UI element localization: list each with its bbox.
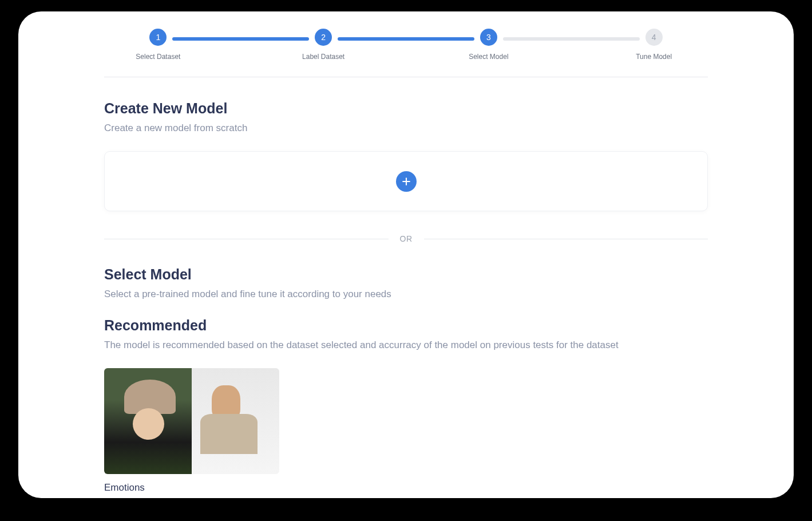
or-divider: OR xyxy=(104,234,708,243)
divider-line xyxy=(424,239,708,239)
step-label-dataset[interactable]: 2 Label Dataset xyxy=(241,29,406,61)
create-model-card[interactable] xyxy=(104,151,708,211)
model-preview-images xyxy=(104,368,279,474)
recommended-title: Recommended xyxy=(104,317,708,334)
step-number: 1 xyxy=(149,29,167,46)
step-tune-model[interactable]: 4 Tune Model xyxy=(571,29,736,61)
step-label: Select Dataset xyxy=(136,53,180,61)
progress-stepper: 1 Select Dataset 2 Label Dataset 3 Selec… xyxy=(76,29,736,61)
select-model-subtitle: Select a pre-trained model and fine tune… xyxy=(104,289,708,300)
or-label: OR xyxy=(389,234,424,243)
app-window: 1 Select Dataset 2 Label Dataset 3 Selec… xyxy=(18,11,794,498)
model-name: Emotions xyxy=(104,482,279,494)
step-select-model[interactable]: 3 Select Model xyxy=(406,29,572,61)
model-image-1 xyxy=(104,368,192,474)
create-model-title: Create New Model xyxy=(104,100,708,117)
model-card-emotions[interactable]: Emotions xyxy=(104,368,279,494)
divider xyxy=(104,77,708,77)
plus-icon xyxy=(396,171,417,192)
step-number: 4 xyxy=(645,29,663,46)
create-model-subtitle: Create a new model from scratch xyxy=(104,123,708,134)
step-label: Select Model xyxy=(469,53,508,61)
step-label: Tune Model xyxy=(636,53,672,61)
main-content: Create New Model Create a new model from… xyxy=(18,77,794,494)
step-label: Label Dataset xyxy=(302,53,344,61)
divider-line xyxy=(104,239,389,239)
model-image-2 xyxy=(192,368,279,474)
step-number: 2 xyxy=(315,29,332,46)
recommended-subtitle: The model is recommended based on the da… xyxy=(104,340,708,351)
select-model-title: Select Model xyxy=(104,266,708,283)
step-select-dataset[interactable]: 1 Select Dataset xyxy=(76,29,241,61)
step-number: 3 xyxy=(480,29,497,46)
